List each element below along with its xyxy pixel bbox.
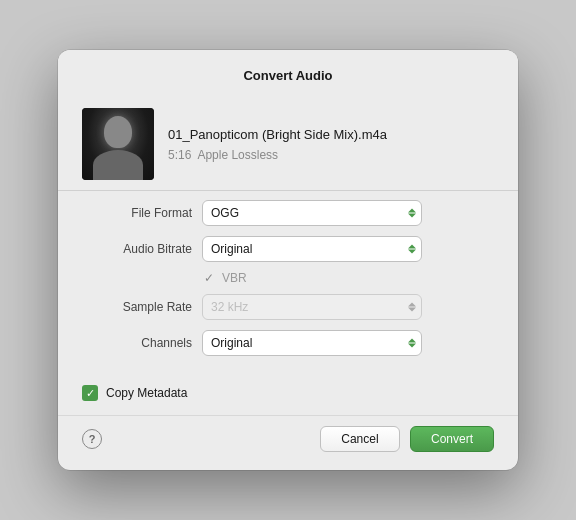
title-bar: Convert Audio xyxy=(58,50,518,94)
file-format-row: File Format OGG AAC AIFF Apple Lossless … xyxy=(82,199,494,227)
copy-metadata-wrapper[interactable]: ✓ Copy Metadata xyxy=(82,385,187,401)
channels-select[interactable]: Original Mono Stereo xyxy=(202,330,422,356)
checkbox-checkmark: ✓ xyxy=(86,388,95,399)
file-format-label: File Format xyxy=(82,206,192,220)
file-format: Apple Lossless xyxy=(197,148,278,162)
file-duration: 5:16 xyxy=(168,148,191,162)
audio-bitrate-control: Original 64 kbps 128 kbps 192 kbps 256 k… xyxy=(202,236,422,262)
dialog-title: Convert Audio xyxy=(243,68,332,83)
channels-control: Original Mono Stereo xyxy=(202,330,422,356)
sample-rate-label: Sample Rate xyxy=(82,300,192,314)
channels-row: Channels Original Mono Stereo xyxy=(82,329,494,357)
form-section: File Format OGG AAC AIFF Apple Lossless … xyxy=(58,195,518,379)
audio-bitrate-select[interactable]: Original 64 kbps 128 kbps 192 kbps 256 k… xyxy=(202,236,422,262)
convert-audio-dialog: Convert Audio 01_Panopticom (Bright Side… xyxy=(58,50,518,470)
button-row: ? Cancel Convert xyxy=(58,415,518,470)
cancel-button[interactable]: Cancel xyxy=(320,426,400,452)
vbr-label: VBR xyxy=(222,271,247,285)
copy-metadata-checkbox[interactable]: ✓ xyxy=(82,385,98,401)
file-info: 01_Panopticom (Bright Side Mix).m4a 5:16… xyxy=(168,127,387,162)
vbr-checkmark: ✓ xyxy=(202,271,216,285)
file-format-control: OGG AAC AIFF Apple Lossless CAF MP3 WAV xyxy=(202,200,422,226)
convert-button[interactable]: Convert xyxy=(410,426,494,452)
help-button[interactable]: ? xyxy=(82,429,102,449)
sample-rate-select[interactable]: 32 kHz xyxy=(202,294,422,320)
checkbox-section: ✓ Copy Metadata xyxy=(58,379,518,415)
audio-bitrate-label: Audio Bitrate xyxy=(82,242,192,256)
file-section: 01_Panopticom (Bright Side Mix).m4a 5:16… xyxy=(58,94,518,190)
file-format-select[interactable]: OGG AAC AIFF Apple Lossless CAF MP3 WAV xyxy=(202,200,422,226)
album-art xyxy=(82,108,154,180)
file-name: 01_Panopticom (Bright Side Mix).m4a xyxy=(168,127,387,142)
sample-rate-row: Sample Rate 32 kHz xyxy=(82,293,494,321)
file-meta: 5:16 Apple Lossless xyxy=(168,148,387,162)
vbr-row: ✓ VBR xyxy=(202,271,494,285)
channels-label: Channels xyxy=(82,336,192,350)
sample-rate-control: 32 kHz xyxy=(202,294,422,320)
copy-metadata-label: Copy Metadata xyxy=(106,386,187,400)
audio-bitrate-row: Audio Bitrate Original 64 kbps 128 kbps … xyxy=(82,235,494,263)
right-buttons: Cancel Convert xyxy=(320,426,494,452)
